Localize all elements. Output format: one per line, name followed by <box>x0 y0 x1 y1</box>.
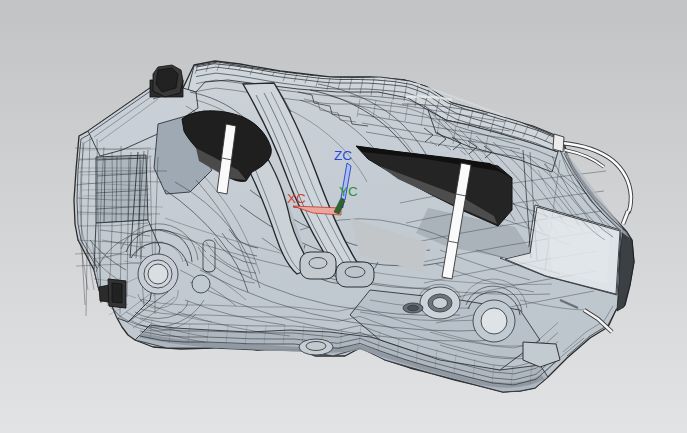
svg-text:ZC: ZC <box>334 148 352 163</box>
svg-text:YC: YC <box>339 184 358 199</box>
svg-text:XC: XC <box>287 191 306 206</box>
